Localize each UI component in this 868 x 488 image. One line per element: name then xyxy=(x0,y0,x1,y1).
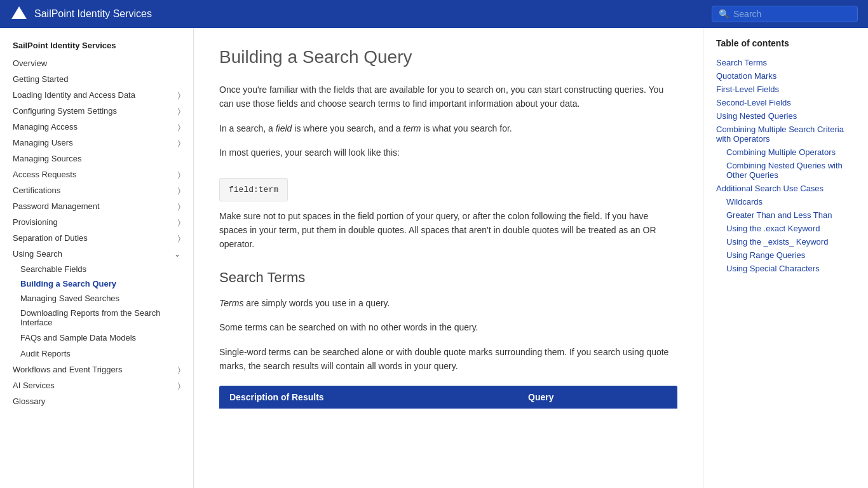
intro-para-4: Make sure not to put spaces in the field… xyxy=(219,209,677,252)
sidebar-item-password-management[interactable]: Password Management 〉 xyxy=(0,198,193,214)
toc-item-combining-nested-queries[interactable]: Combining Nested Queries with Other Quer… xyxy=(716,159,855,182)
sidebar-item-managing-access[interactable]: Managing Access 〉 xyxy=(0,119,193,135)
chevron-right-icon: 〉 xyxy=(178,91,180,100)
sidebar-item-searchable-fields[interactable]: Searchable Fields xyxy=(0,262,193,276)
app-title: SailPoint Identity Services xyxy=(34,8,152,20)
section1-title: Search Terms xyxy=(219,269,677,286)
chevron-right-icon: 〉 xyxy=(178,218,180,227)
sidebar-item-getting-started[interactable]: Getting Started xyxy=(0,71,193,87)
header: SailPoint Identity Services 🔍 xyxy=(0,0,868,28)
sidebar-item-managing-saved-searches[interactable]: Managing Saved Searches xyxy=(0,291,193,306)
toc-item-search-terms[interactable]: Search Terms xyxy=(716,56,855,69)
chevron-right-icon: 〉 xyxy=(178,139,180,147)
sidebar-item-access-requests[interactable]: Access Requests 〉 xyxy=(0,166,193,182)
sidebar-item-configuring-system[interactable]: Configuring System Settings 〉 xyxy=(0,103,193,119)
sidebar-item-overview[interactable]: Overview xyxy=(0,55,193,71)
layout: SailPoint Identity Services Overview Get… xyxy=(0,28,868,488)
intro-para-1: Once you're familiar with the fields tha… xyxy=(219,83,677,111)
svg-marker-0 xyxy=(11,6,27,19)
toc-item-greater-less-than[interactable]: Greater Than and Less Than xyxy=(716,208,855,222)
sidebar-item-certifications[interactable]: Certifications 〉 xyxy=(0,182,193,198)
sidebar-item-separation-of-duties[interactable]: Separation of Duties 〉 xyxy=(0,230,193,246)
sidebar-item-downloading-reports[interactable]: Downloading Reports from the Search Inte… xyxy=(0,306,193,330)
sidebar-section-title: SailPoint Identity Services xyxy=(0,38,193,55)
chevron-right-icon: 〉 xyxy=(178,381,180,390)
chevron-right-icon: 〉 xyxy=(178,234,180,243)
toc-item-additional-search[interactable]: Additional Search Use Cases xyxy=(716,182,855,195)
toc-item-range-queries[interactable]: Using Range Queries xyxy=(716,248,855,262)
code-example: field:term xyxy=(219,178,288,201)
toc-item-combining-multiple-search[interactable]: Combining Multiple Search Criteria with … xyxy=(716,123,855,146)
sidebar-item-workflows[interactable]: Workflows and Event Triggers 〉 xyxy=(0,362,193,377)
sidebar: SailPoint Identity Services Overview Get… xyxy=(0,28,194,488)
chevron-down-icon: ⌄ xyxy=(174,250,180,259)
chevron-right-icon: 〉 xyxy=(178,107,180,116)
section1-para1: Terms are simply words you use in a quer… xyxy=(219,296,677,310)
search-input[interactable] xyxy=(733,9,851,19)
sidebar-item-ai-services[interactable]: AI Services 〉 xyxy=(0,377,193,393)
toc-item-first-level-fields[interactable]: First-Level Fields xyxy=(716,83,855,96)
search-icon: 🔍 xyxy=(719,9,729,19)
intro-para-2: In a search, a field is where you search… xyxy=(219,121,677,135)
chevron-right-icon: 〉 xyxy=(178,186,180,195)
header-left: SailPoint Identity Services xyxy=(10,5,152,23)
sidebar-item-building-search-query[interactable]: Building a Search Query xyxy=(0,276,193,291)
toc-item-using-nested-queries[interactable]: Using Nested Queries xyxy=(716,109,855,123)
toc-item-wildcards[interactable]: Wildcards xyxy=(716,195,855,208)
chevron-right-icon: 〉 xyxy=(178,202,180,211)
section1-para3: Single-word terms can be searched alone … xyxy=(219,345,677,374)
sailpoint-logo xyxy=(10,5,28,23)
chevron-right-icon: 〉 xyxy=(178,170,180,179)
sidebar-item-managing-sources[interactable]: Managing Sources xyxy=(0,151,193,166)
table-col1: Description of Results xyxy=(219,386,518,409)
toc-item-quotation-marks[interactable]: Quotation Marks xyxy=(716,69,855,83)
chevron-right-icon: 〉 xyxy=(178,365,180,374)
sidebar-item-using-search[interactable]: Using Search ⌄ xyxy=(0,246,193,262)
chevron-right-icon: 〉 xyxy=(178,123,180,132)
search-box[interactable]: 🔍 xyxy=(712,6,858,22)
table-col2: Query xyxy=(518,386,677,409)
toc-title: Table of contents xyxy=(716,38,855,48)
toc-item-special-characters[interactable]: Using Special Characters xyxy=(716,262,855,275)
sidebar-item-loading-identity[interactable]: Loading Identity and Access Data 〉 xyxy=(0,87,193,103)
toc-item-exists-keyword[interactable]: Using the _exists_ Keyword xyxy=(716,235,855,248)
toc-item-combining-multiple-operators[interactable]: Combining Multiple Operators xyxy=(716,146,855,159)
toc-item-exact-keyword[interactable]: Using the .exact Keyword xyxy=(716,222,855,235)
sidebar-item-provisioning[interactable]: Provisioning 〉 xyxy=(0,214,193,230)
sidebar-item-managing-users[interactable]: Managing Users 〉 xyxy=(0,135,193,151)
toc-item-second-level-fields[interactable]: Second-Level Fields xyxy=(716,96,855,109)
results-table-header: Description of Results Query xyxy=(219,386,677,409)
table-of-contents: Table of contents Search Terms Quotation… xyxy=(703,28,868,488)
intro-para-3: In most queries, your search will look l… xyxy=(219,146,677,159)
sidebar-item-audit-reports[interactable]: Audit Reports xyxy=(0,346,193,362)
section1-para2: Some terms can be searched on with no ot… xyxy=(219,320,677,334)
sidebar-item-glossary[interactable]: Glossary xyxy=(0,393,193,409)
page-title: Building a Search Query xyxy=(219,47,677,67)
main-content: Building a Search Query Once you're fami… xyxy=(194,28,703,488)
sidebar-item-faqs[interactable]: FAQs and Sample Data Models xyxy=(0,330,193,346)
